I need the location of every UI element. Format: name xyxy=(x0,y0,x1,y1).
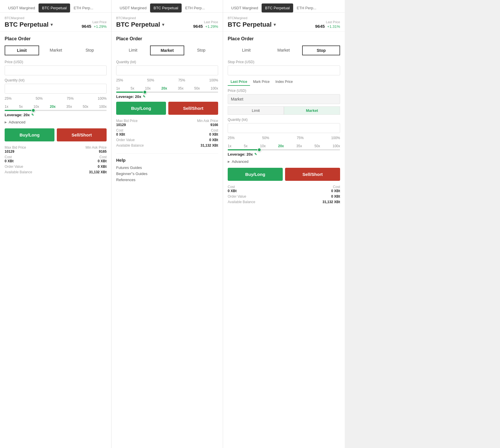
pct-100-stop[interactable]: 100% xyxy=(331,136,340,140)
nav-tab-btc-perpetual-stop[interactable]: BTC Perpetual xyxy=(262,3,293,12)
lev-35x-market[interactable]: 35x xyxy=(178,86,183,90)
lev-100x-stop[interactable]: 100x xyxy=(333,144,340,148)
lev-50x-market[interactable]: 50x xyxy=(194,86,200,90)
nav-tab-eth-perp-market[interactable]: ETH Perp... xyxy=(182,3,208,12)
leverage-track-limit[interactable] xyxy=(5,110,107,111)
leverage-thumb-limit[interactable] xyxy=(31,108,35,112)
lev-35x-limit[interactable]: 35x xyxy=(66,105,72,109)
pct-75-stop[interactable]: 75% xyxy=(297,136,304,140)
leverage-track-stop[interactable] xyxy=(228,149,340,150)
dropdown-arrow-limit[interactable]: ▼ xyxy=(50,22,54,27)
order-tab-stop-market[interactable]: Stop xyxy=(184,45,218,55)
advanced-toggle-stop[interactable]: ▶ Advanced xyxy=(228,159,340,164)
leverage-edit-icon-stop[interactable]: ✎ xyxy=(254,152,257,156)
lm-tab-limit-stop[interactable]: Limit xyxy=(228,106,284,115)
quantity-input-market[interactable] xyxy=(116,65,218,75)
leverage-thumb-stop[interactable] xyxy=(257,148,261,152)
bid-col-market: Max Bid Price 10129 xyxy=(116,119,138,127)
quantity-input-stop[interactable] xyxy=(228,123,340,133)
stop-price-input-stop[interactable] xyxy=(228,65,340,75)
pct-50-limit[interactable]: 50% xyxy=(36,96,43,101)
sell-button-stop[interactable]: Sell/Short xyxy=(285,168,340,181)
advanced-toggle-limit[interactable]: ▶ Advanced xyxy=(5,120,107,124)
lev-5x-stop[interactable]: 5x xyxy=(244,144,248,148)
lev-20x-stop[interactable]: 20x xyxy=(278,144,284,148)
price-type-mark[interactable]: Mark Price xyxy=(250,78,272,86)
cost-buy-label-market: Cost xyxy=(116,128,125,132)
pct-50-stop[interactable]: 50% xyxy=(262,136,269,140)
quantity-input-limit[interactable] xyxy=(5,84,107,94)
price-type-index[interactable]: Index Price xyxy=(273,78,296,86)
lev-5x-limit[interactable]: 5x xyxy=(19,105,23,109)
nav-tab-btc-perpetual-market[interactable]: BTC Perpetual xyxy=(150,3,182,12)
order-tab-limit-market[interactable]: Limit xyxy=(116,45,150,55)
lm-tab-market-stop[interactable]: Market xyxy=(284,106,340,115)
pct-50-market[interactable]: 50% xyxy=(147,78,154,82)
nav-tab-eth-perp[interactable]: ETH Perp... xyxy=(70,3,97,12)
pct-75-limit[interactable]: 75% xyxy=(67,96,74,101)
order-tab-market-limit[interactable]: Market xyxy=(39,45,73,55)
leverage-labels-limit: 1x 5x 10x 20x 35x 50x 100x xyxy=(5,105,107,109)
order-tab-market-stop[interactable]: Market xyxy=(265,45,302,55)
lev-20x-market[interactable]: 20x xyxy=(161,86,167,90)
buy-button-limit[interactable]: Buy/Long xyxy=(5,128,54,141)
order-tab-stop-stop[interactable]: Stop xyxy=(302,45,340,55)
buy-button-market[interactable]: Buy/Long xyxy=(116,102,166,115)
instrument-type-stop: BTCMargined xyxy=(228,16,340,20)
help-link-beginner[interactable]: Beginner"s Guides xyxy=(116,172,218,176)
pct-25-limit[interactable]: 25% xyxy=(5,96,12,101)
dropdown-arrow-stop[interactable]: ▼ xyxy=(273,22,277,27)
lev-20x-limit[interactable]: 20x xyxy=(50,105,56,109)
lev-100x-market[interactable]: 100x xyxy=(211,86,218,90)
help-link-futures[interactable]: Futures Guides xyxy=(116,165,218,170)
cost-sell-label-limit: Cost xyxy=(99,155,107,159)
lev-1x-limit[interactable]: 1x xyxy=(5,105,8,109)
lev-1x-stop[interactable]: 1x xyxy=(228,144,231,148)
min-ask-value-market: 9166 xyxy=(210,123,218,127)
help-link-references[interactable]: References xyxy=(116,178,218,182)
pct-100-limit[interactable]: 100% xyxy=(98,96,107,101)
nav-tab-usdt-margined-market[interactable]: USDT Margined xyxy=(116,3,150,12)
price-value-limit: 9645 +1.29% xyxy=(82,24,107,29)
lev-10x-market[interactable]: 10x xyxy=(145,86,151,90)
sell-button-market[interactable]: Sell/Short xyxy=(168,102,218,115)
order-tab-stop-limit[interactable]: Stop xyxy=(73,45,107,55)
cost-sell-col-limit: Cost 0 XBt xyxy=(98,155,107,163)
instrument-name-stop[interactable]: BTC Perpetual ▼ xyxy=(228,21,277,28)
price-label-stop-header: Last Price xyxy=(315,20,340,24)
sell-button-limit[interactable]: Sell/Short xyxy=(57,128,107,141)
lev-35x-stop[interactable]: 35x xyxy=(296,144,302,148)
lev-1x-market[interactable]: 1x xyxy=(116,86,120,90)
bid-ask-row-market: Max Bid Price 10129 Min Ask Price 9166 xyxy=(116,119,218,127)
leverage-thumb-market[interactable] xyxy=(143,90,147,94)
pct-25-stop[interactable]: 25% xyxy=(228,136,235,140)
bid-ask-row-limit: Max Bid Price 10129 Min Ask Price 9165 xyxy=(5,145,107,154)
pct-75-market[interactable]: 75% xyxy=(178,78,185,82)
instrument-type-limit: BTCMargined xyxy=(5,16,107,20)
leverage-edit-icon-market[interactable]: ✎ xyxy=(143,95,145,99)
lev-100x-limit[interactable]: 100x xyxy=(99,105,107,109)
order-tab-market-market[interactable]: Market xyxy=(150,45,185,55)
order-tab-limit-limit[interactable]: Limit xyxy=(5,45,39,55)
pct-100-market[interactable]: 100% xyxy=(209,78,218,82)
lev-10x-stop[interactable]: 10x xyxy=(260,144,266,148)
lev-10x-limit[interactable]: 10x xyxy=(34,105,39,109)
lev-50x-stop[interactable]: 50x xyxy=(315,144,320,148)
price-input-limit[interactable] xyxy=(5,65,107,75)
nav-tab-usdt-margined[interactable]: USDT Margined xyxy=(5,3,39,12)
instrument-name-market[interactable]: BTC Perpetual ▼ xyxy=(116,21,165,28)
min-ask-value-limit: 9165 xyxy=(99,150,107,154)
nav-tab-usdt-margined-stop[interactable]: USDT Margined xyxy=(228,3,262,12)
lev-50x-limit[interactable]: 50x xyxy=(83,105,88,109)
pct-25-market[interactable]: 25% xyxy=(116,78,123,82)
order-tab-limit-stop[interactable]: Limit xyxy=(228,45,265,55)
nav-tab-eth-perp-stop[interactable]: ETH Perp... xyxy=(293,3,320,12)
buy-button-stop[interactable]: Buy/Long xyxy=(228,168,283,181)
lev-5x-market[interactable]: 5x xyxy=(131,86,134,90)
leverage-track-market[interactable] xyxy=(116,92,218,93)
price-type-last[interactable]: Last Price xyxy=(228,78,250,86)
instrument-name-limit[interactable]: BTC Perpetual ▼ xyxy=(5,21,54,28)
dropdown-arrow-market[interactable]: ▼ xyxy=(161,22,165,27)
leverage-edit-icon-limit[interactable]: ✎ xyxy=(31,113,34,117)
nav-tab-btc-perpetual[interactable]: BTC Perpetual xyxy=(39,3,70,12)
